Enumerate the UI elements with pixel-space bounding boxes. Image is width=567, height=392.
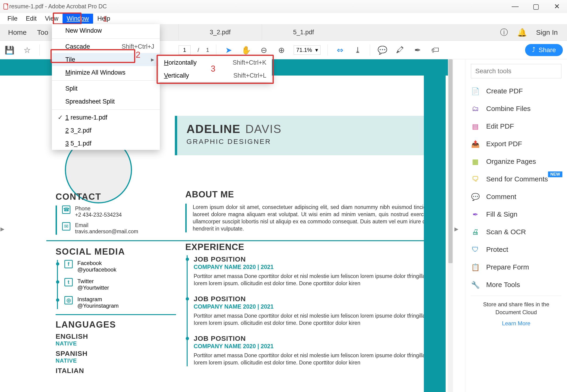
tool-organize-pages[interactable]: ▦Organize Pages	[471, 157, 561, 166]
menu-item-new-window[interactable]: New Window	[52, 24, 160, 37]
email-label: Email	[75, 222, 138, 228]
help-icon[interactable]: ⓘ	[500, 27, 508, 38]
expand-left-panel-icon[interactable]: ▶	[0, 226, 4, 232]
title-bar: resume-1.pdf - Adobe Acrobat Pro DC — ▢ …	[0, 0, 567, 13]
job-title: JOB POSITION	[194, 335, 440, 342]
page-number-input[interactable]	[179, 45, 191, 55]
zoom-out-icon[interactable]: ⊖	[259, 45, 269, 55]
phone-label: Phone	[75, 206, 122, 212]
window-title: resume-1.pdf - Adobe Acrobat Pro DC	[9, 3, 107, 10]
doc-prefix: 1	[65, 114, 69, 121]
menu-item-minimize-all[interactable]: Minimize All Windows	[52, 66, 160, 79]
menu-edit[interactable]: Edit	[22, 14, 41, 24]
tool-scan-ocr[interactable]: 🖨Scan & OCR	[471, 227, 561, 236]
share-button[interactable]: ⤴ Share	[525, 44, 563, 56]
tool-label: Send for Comments	[486, 175, 548, 183]
divider	[55, 314, 176, 315]
scrollbar-thumb[interactable]	[448, 59, 453, 263]
fit-width-icon[interactable]: ⇔	[335, 45, 345, 55]
menu-item-tile[interactable]: Tile▸	[52, 53, 160, 66]
menu-item-doc-3[interactable]: 3 5_1.pdf	[52, 137, 160, 150]
tool-combine-files[interactable]: 🗂Combine Files	[471, 104, 561, 113]
tool-create-pdf[interactable]: 📄Create PDF	[471, 87, 561, 96]
menu-item-spreadsheet-split[interactable]: Spreadsheet Split	[52, 95, 160, 108]
instagram-icon: ◎	[64, 296, 73, 304]
tool-label: Protect	[486, 246, 508, 253]
language-level: NATIVE	[55, 340, 176, 347]
header-right-icons: ⓘ 🔔 Sign In	[500, 24, 567, 41]
tool-prepare-form[interactable]: 📋Prepare Form	[471, 263, 561, 272]
comment-bubble-icon[interactable]: 💬	[377, 45, 388, 55]
page-display-icon[interactable]: ⤓	[352, 45, 363, 55]
tool-fill-sign[interactable]: ✒Fill & Sign	[471, 210, 561, 219]
fill-sign-icon: ✒	[471, 210, 480, 219]
close-icon[interactable]: ✕	[552, 2, 561, 10]
learn-more-link[interactable]: Learn More	[471, 320, 561, 327]
annotation-number-2: 2	[136, 50, 140, 60]
tool-comment[interactable]: 💬Comment	[471, 192, 561, 201]
bell-icon[interactable]: 🔔	[517, 28, 527, 37]
acrobat-app-icon	[3, 3, 9, 10]
facebook-label: Facebook	[77, 260, 116, 266]
doc-prefix: 2	[65, 127, 69, 134]
tool-label: Comment	[486, 193, 516, 201]
export-pdf-icon: 📤	[471, 140, 480, 148]
doc-name: 5_1.pdf	[71, 140, 92, 147]
organize-pages-icon: ▦	[471, 157, 480, 166]
job-title: JOB POSITION	[194, 295, 440, 303]
tool-send-for-comments[interactable]: 🗨Send for CommentsNEW	[471, 175, 561, 183]
maximize-icon[interactable]: ▢	[531, 2, 540, 10]
menu-file[interactable]: File	[3, 14, 22, 24]
tool-more-tools[interactable]: 🔧More Tools	[471, 280, 561, 289]
highlighter-icon[interactable]: 🖍	[395, 45, 405, 55]
tool-label: Scan & OCR	[486, 228, 526, 236]
tab-home[interactable]: Home	[0, 24, 35, 41]
save-icon[interactable]: 💾	[4, 45, 15, 55]
menu-item-cascade[interactable]: CascadeShift+Ctrl+J	[52, 40, 160, 53]
stamp-icon[interactable]: 🏷	[430, 45, 441, 55]
sign-in-link[interactable]: Sign In	[536, 28, 558, 36]
star-icon[interactable]: ☆	[22, 45, 32, 55]
tool-export-pdf[interactable]: 📤Export PDF	[471, 140, 561, 148]
tool-label: Combine Files	[486, 105, 531, 112]
shortcut: Shift+Ctrl+J	[122, 43, 154, 50]
menu-item-split[interactable]: Split	[52, 82, 160, 95]
social-heading: SOCIAL MEDIA	[55, 247, 176, 257]
resume-hero: ADELINE DAVIS GRAPHIC DESIGNER	[175, 116, 443, 155]
document-tab[interactable]: 5_1.pdf	[262, 24, 345, 41]
hand-tool-icon[interactable]: ✋	[241, 45, 251, 55]
selection-tool-icon[interactable]: ➤	[223, 45, 234, 55]
sign-icon[interactable]: ✒	[412, 45, 423, 55]
document-tab[interactable]: 3_2.pdf	[178, 24, 262, 41]
job-desc: Porttitor amet massa Done cporttitor dol…	[194, 352, 440, 366]
about-text: Lorem ipsum dolor sit amet, consectetuer…	[193, 204, 440, 232]
prepare-form-icon: 📋	[471, 263, 480, 272]
right-sidebar: 📄Create PDF 🗂Combine Files ▤Edit PDF 📤Ex…	[465, 59, 567, 392]
shortcut: Shift+Ctrl+K	[233, 59, 266, 66]
expand-right-panel-icon[interactable]: ▶	[455, 226, 458, 232]
tool-protect[interactable]: 🛡Protect	[471, 245, 561, 254]
facebook-handle: @yourfacebook	[77, 266, 116, 273]
tool-edit-pdf[interactable]: ▤Edit PDF	[471, 122, 561, 131]
email-icon: ✉	[62, 222, 70, 231]
separator	[216, 44, 216, 56]
twitter-handle: @Yourtwitter	[77, 284, 109, 291]
zoom-dropdown[interactable]: 71.1%▾	[294, 45, 320, 55]
create-pdf-icon: 📄	[471, 87, 480, 96]
vertical-scrollbar[interactable]	[448, 59, 453, 392]
social-block: f Facebook@yourfacebook t Twitter@Yourtw…	[55, 260, 176, 309]
menu-item-doc-1[interactable]: ✓1 resume-1.pdf	[52, 111, 160, 124]
first-name: ADELINE	[186, 123, 240, 136]
protect-icon: 🛡	[471, 245, 480, 254]
tool-label: More Tools	[486, 281, 520, 289]
experience-block: EXPERIENCE JOB POSITION COMPANY NAME 202…	[185, 242, 440, 366]
comment-icon: 💬	[471, 192, 480, 201]
language: ITALIAN	[55, 367, 176, 375]
search-tools-input[interactable]	[471, 64, 561, 78]
minimize-icon[interactable]: —	[511, 2, 520, 10]
job-desc: Porttitor amet massa Done cporttitor dol…	[194, 273, 440, 287]
languages-heading: LANGUAGES	[55, 320, 176, 330]
zoom-in-icon[interactable]: ⊕	[276, 45, 287, 55]
check-icon: ✓	[57, 114, 63, 121]
menu-item-doc-2[interactable]: 2 3_2.pdf	[52, 124, 160, 137]
